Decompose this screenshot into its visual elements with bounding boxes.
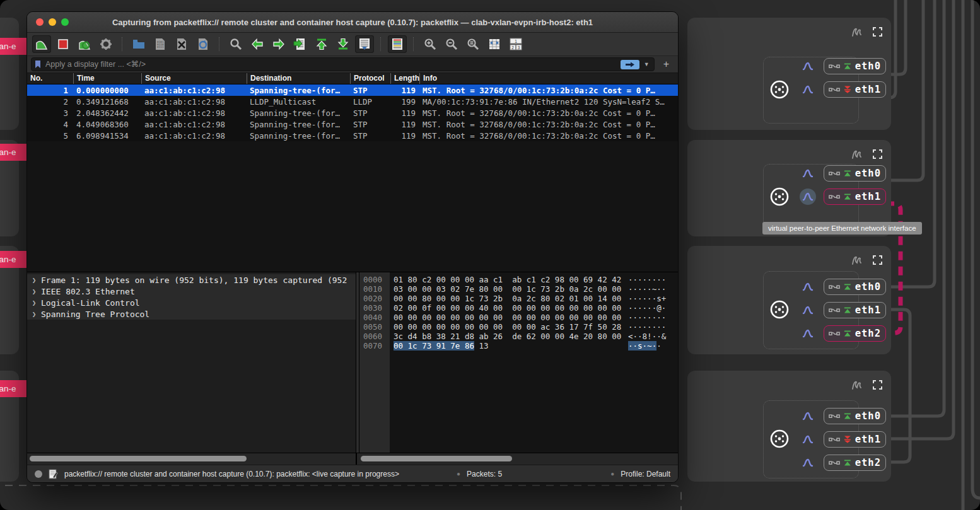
vxlan-node-badge[interactable]: vxlan-e [0,144,29,161]
hex-row[interactable]: 002000 00 80 00 00 1c 73 2b 0a 2c 80 02 … [359,294,678,303]
expand-icon[interactable] [873,27,882,37]
first-packet-icon[interactable] [312,35,331,53]
auto-scroll-icon[interactable] [355,35,374,53]
open-file-icon[interactable] [129,35,148,53]
expander-icon[interactable]: ❯ [27,276,41,284]
expand-icon[interactable] [873,380,882,390]
column-header-source[interactable]: Source [141,73,247,84]
next-packet-icon[interactable] [269,35,288,53]
title-bar[interactable]: Capturing from packetflix:// remote clus… [27,12,678,33]
expand-icon[interactable] [873,255,882,265]
minimize-window-button[interactable] [49,18,56,26]
packet-row-1-selected[interactable]: 10.000000000aa:c1:ab:c1:c2:98Spanning-tr… [27,84,678,96]
stop-capture-icon[interactable] [54,35,73,53]
display-filter-field[interactable]: ▼ [31,57,655,71]
display-filter-input[interactable] [44,59,618,69]
column-header-info[interactable]: Info [419,73,678,84]
interface-button-eth0[interactable]: eth0 [824,58,886,74]
interface-button-eth0[interactable]: eth0 [824,279,886,295]
container-icon[interactable] [768,185,791,208]
bytes-hscroll-thumb[interactable] [361,456,512,461]
container-icon[interactable] [768,298,791,321]
restart-capture-icon[interactable] [75,35,94,53]
pulse-icon[interactable] [800,188,816,205]
packet-row-3[interactable]: 32.048362442aa:c1:ab:c1:c2:98Spanning-tr… [27,107,678,119]
resize-columns-icon[interactable] [485,35,504,53]
packet-row-4[interactable]: 44.049068360aa:c1:ab:c1:c2:98Spanning-tr… [27,119,678,130]
zoom-reset-icon[interactable] [464,35,482,53]
interface-button-eth1[interactable]: eth1 [824,81,886,98]
container-icon[interactable] [768,427,791,450]
zoom-in-icon[interactable] [421,35,440,53]
pulse-icon[interactable] [800,58,816,74]
hex-row[interactable]: 004000 00 00 00 00 00 00 00 00 00 00 00 … [359,313,678,322]
colorize-icon[interactable] [388,35,407,53]
packet-bytes-pane[interactable]: 000001 80 c2 00 00 00 aa c1 ab c1 c2 98 … [359,272,678,453]
close-window-button[interactable] [36,18,44,26]
hex-row[interactable]: 005000 00 00 00 00 00 00 00 00 00 ac 36 … [359,322,678,332]
packet-details-pane[interactable]: ❯Frame 1: 119 bytes on wire (952 bits), … [27,272,356,453]
layout-123-icon[interactable]: 123 [506,35,525,53]
zoom-window-button[interactable] [61,18,69,26]
interface-button-eth2-selected[interactable]: eth2 [824,325,886,342]
reload-file-icon[interactable] [194,35,213,53]
go-to-packet-icon[interactable] [291,35,310,53]
save-file-icon[interactable]: 010101100111 [151,35,170,53]
previous-packet-icon[interactable] [248,35,267,53]
fin-sketch-icon[interactable] [850,378,863,391]
expander-icon[interactable]: ❯ [27,299,41,307]
pulse-icon[interactable] [800,279,816,295]
hex-row[interactable]: 000001 80 c2 00 00 00 aa c1 ab c1 c2 98 … [359,275,678,284]
add-filter-button[interactable]: + [658,59,674,70]
vxlan-node-badge[interactable]: vxlan-e [0,38,29,55]
details-hscroll-thumb[interactable] [30,456,247,461]
expert-info-icon[interactable] [35,470,42,478]
capture-options-icon[interactable] [96,35,115,53]
hex-row[interactable]: 003002 00 0f 00 00 00 40 00 00 00 00 00 … [359,303,678,313]
column-header-destination[interactable]: Destination [247,73,350,84]
packet-row-5[interactable]: 56.098941534aa:c1:ab:c1:c2:98Spanning-tr… [27,130,678,141]
pulse-icon[interactable] [800,408,816,424]
vxlan-node-badge[interactable]: vxlan-e [0,251,29,268]
interface-button-eth1[interactable]: eth1 [824,302,886,318]
interface-button-eth1-selected[interactable]: eth1 [824,188,886,205]
expand-icon[interactable] [873,149,882,159]
fin-sketch-icon[interactable] [850,253,863,266]
find-packet-icon[interactable] [226,35,245,53]
capture-comment-icon[interactable] [49,469,58,479]
detail-row-stp[interactable]: ❯Spanning Tree Protocol [27,308,356,320]
packet-row-2[interactable]: 20.349121668aa:c1:ab:c1:c2:98LLDP_Multic… [27,96,678,107]
packet-list-empty-area[interactable] [27,141,678,272]
interface-button-eth0[interactable]: eth0 [824,408,886,424]
zoom-out-icon[interactable] [442,35,461,53]
interface-button-eth1[interactable]: eth1 [824,431,886,448]
pulse-icon[interactable] [800,325,816,342]
detail-row-ethernet[interactable]: ❯IEEE 802.3 Ethernet [27,286,356,297]
container-icon[interactable] [768,78,791,101]
bookmark-icon[interactable] [34,60,42,69]
hex-row[interactable]: 001003 00 00 03 02 7e 80 00 00 1c 73 2b … [359,284,678,294]
interface-button-eth0[interactable]: eth0 [824,165,886,182]
bytes-hscrollbar[interactable] [356,453,678,465]
apply-filter-button[interactable] [621,60,639,69]
details-hscrollbar[interactable] [27,453,356,465]
pulse-icon[interactable] [800,81,816,98]
column-header-no[interactable]: No. [27,73,73,84]
pulse-icon[interactable] [800,455,816,471]
column-header-time[interactable]: Time [73,73,141,84]
column-header-protocol[interactable]: Protocol [350,73,390,84]
vxlan-node-badge[interactable]: vxlan-e [0,380,29,397]
close-file-icon[interactable] [172,35,191,53]
last-packet-icon[interactable] [334,35,353,53]
detail-row-llc[interactable]: ❯Logical-Link Control [27,297,356,308]
pulse-icon[interactable] [800,431,816,448]
fin-sketch-icon[interactable] [850,25,863,38]
hex-row-selected[interactable]: 0070 00 1c 73 91 7e 86 13 ··s·~·· [359,341,678,351]
hex-row[interactable]: 00603c d4 b8 38 21 d8 ab 26 de 62 00 00 … [359,332,678,341]
fin-sketch-icon[interactable] [850,148,863,160]
filter-dropdown-caret[interactable]: ▼ [642,61,651,67]
expander-icon[interactable]: ❯ [27,287,41,296]
pulse-icon[interactable] [800,165,816,182]
selected-bytes[interactable]: 00 1c 73 91 7e 86 [394,341,474,351]
detail-row-frame[interactable]: ❯Frame 1: 119 bytes on wire (952 bits), … [27,274,356,286]
